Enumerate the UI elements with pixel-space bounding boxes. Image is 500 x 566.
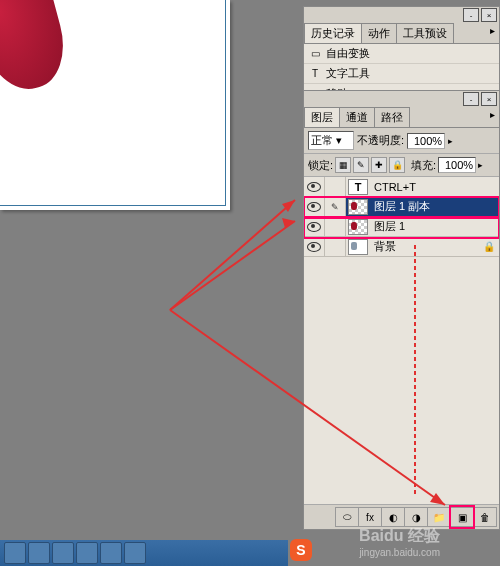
layer-row-text[interactable]: T CTRL+T: [304, 177, 499, 197]
visibility-icon[interactable]: [307, 202, 321, 212]
layers-panel: - × 图层 通道 路径 ▸ 正常 ▾ 不透明度: 100%▸ 锁定: ▦ ✎ …: [303, 90, 500, 530]
text-tool-icon: T: [308, 67, 322, 81]
panel-menu-icon[interactable]: ▸: [486, 23, 499, 43]
canvas-subject: [0, 0, 74, 98]
layer-thumb-icon: [348, 219, 368, 235]
minimize-button[interactable]: -: [463, 92, 479, 106]
visibility-icon[interactable]: [307, 242, 321, 252]
taskbar-icon[interactable]: [52, 542, 74, 564]
link-layers-button[interactable]: ⬭: [335, 507, 359, 527]
history-item-label: 文字工具: [326, 66, 370, 81]
link-cell[interactable]: [325, 177, 346, 196]
svg-marker-3: [282, 218, 295, 228]
adjustment-layer-button[interactable]: ◑: [404, 507, 428, 527]
layer-row[interactable]: 图层 1: [304, 217, 499, 237]
fill-input[interactable]: 100%: [438, 157, 476, 173]
free-transform-icon: ▭: [308, 47, 322, 61]
fill-label: 填充:: [411, 158, 436, 173]
visibility-icon[interactable]: [307, 182, 321, 192]
history-item-label: 自由变换: [326, 46, 370, 61]
watermark: Baidu 经验 jingyan.baidu.com: [359, 526, 440, 558]
svg-line-2: [170, 221, 295, 310]
svg-line-0: [170, 200, 295, 310]
layer-mask-button[interactable]: ◐: [381, 507, 405, 527]
tab-tool-presets[interactable]: 工具预设: [396, 23, 454, 43]
lock-transparency-icon[interactable]: ▦: [335, 157, 351, 173]
sogou-logo-icon: S: [290, 539, 312, 561]
taskbar-icon[interactable]: [4, 542, 26, 564]
link-cell[interactable]: [325, 237, 346, 256]
layer-label[interactable]: 图层 1: [370, 219, 499, 234]
tab-history[interactable]: 历史记录: [304, 23, 362, 43]
tab-paths[interactable]: 路径: [374, 107, 410, 127]
layer-label[interactable]: 图层 1 副本: [370, 199, 499, 214]
panel-menu-icon[interactable]: ▸: [486, 107, 499, 127]
lock-icon: 🔒: [483, 241, 495, 252]
tab-channels[interactable]: 通道: [339, 107, 375, 127]
lock-pixels-icon[interactable]: ✎: [353, 157, 369, 173]
history-item[interactable]: ▭ 自由变换: [304, 44, 499, 64]
close-button[interactable]: ×: [481, 8, 497, 22]
layer-thumb-icon: [348, 239, 368, 255]
lock-label: 锁定:: [308, 158, 333, 173]
layer-group-button[interactable]: 📁: [427, 507, 451, 527]
canvas-area[interactable]: [0, 0, 230, 210]
layer-label[interactable]: CTRL+T: [370, 181, 499, 193]
lock-all-icon[interactable]: 🔒: [389, 157, 405, 173]
close-button[interactable]: ×: [481, 92, 497, 106]
layers-tabs: 图层 通道 路径 ▸: [304, 107, 499, 128]
layer-list: T CTRL+T ✎ 图层 1 副本 图层 1 背景🔒: [304, 177, 499, 504]
layer-label[interactable]: 背景🔒: [370, 239, 499, 254]
visibility-icon[interactable]: [307, 222, 321, 232]
opacity-label: 不透明度:: [357, 133, 404, 148]
history-item[interactable]: T 文字工具: [304, 64, 499, 84]
minimize-button[interactable]: -: [463, 8, 479, 22]
opacity-input[interactable]: 100%: [407, 133, 445, 149]
link-cell[interactable]: ✎: [325, 197, 346, 216]
taskbar-icon[interactable]: [28, 542, 50, 564]
taskbar-icon[interactable]: [76, 542, 98, 564]
layer-row-copy[interactable]: ✎ 图层 1 副本: [304, 197, 499, 217]
taskbar-icon[interactable]: [124, 542, 146, 564]
lock-position-icon[interactable]: ✚: [371, 157, 387, 173]
text-layer-thumb-icon: T: [348, 179, 368, 195]
blend-mode-select[interactable]: 正常 ▾: [308, 131, 354, 150]
tab-actions[interactable]: 动作: [361, 23, 397, 43]
layer-style-button[interactable]: fx: [358, 507, 382, 527]
delete-layer-button[interactable]: 🗑: [473, 507, 497, 527]
taskbar: [0, 540, 288, 566]
new-layer-button[interactable]: ▣: [450, 507, 474, 527]
link-cell[interactable]: [325, 217, 346, 236]
taskbar-icon[interactable]: [100, 542, 122, 564]
tab-layers[interactable]: 图层: [304, 107, 340, 127]
svg-marker-1: [282, 200, 295, 212]
history-tabs: 历史记录 动作 工具预设 ▸: [304, 23, 499, 44]
layer-row-background[interactable]: 背景🔒: [304, 237, 499, 257]
layer-thumb-icon: [348, 199, 368, 215]
